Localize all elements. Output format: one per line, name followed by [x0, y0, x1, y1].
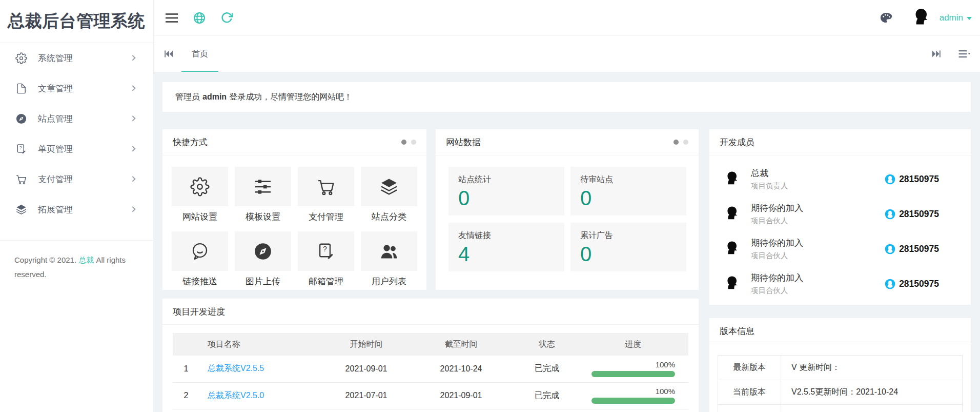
dev-members-card: 开发成员 总裁 项目负责人 28150975 期待你的加入 项目合伙人: [709, 129, 971, 305]
welcome-banner: 管理员 admin 登录成功，尽情管理您的网站吧！: [162, 82, 971, 112]
shortcut-label: 网站设置: [172, 211, 228, 223]
carousel-dot-active[interactable]: [401, 140, 406, 145]
col-status: 状态: [516, 333, 578, 356]
shortcut-label: 图片上传: [235, 276, 291, 287]
shortcuts-card: 快捷方式 网站设置 模板设置 支付管理 站点分类: [162, 129, 426, 290]
sidebar-toggle-hamburger-icon[interactable]: [165, 13, 178, 23]
project-link[interactable]: 总裁系统V2.5.0: [208, 391, 264, 400]
version-info-title: 版本信息: [720, 325, 754, 337]
avatar-silhouette-icon: [910, 7, 932, 29]
shortcut-label: 邮箱管理: [298, 276, 354, 287]
member-role: 项目合伙人: [751, 216, 803, 226]
avatar[interactable]: [910, 7, 932, 29]
theme-palette-icon[interactable]: [880, 11, 892, 24]
stat-label: 待审站点: [580, 174, 686, 185]
sidebar-item-site[interactable]: 站点管理: [0, 104, 153, 134]
compass-icon: [253, 242, 273, 261]
cart-icon: [316, 177, 336, 197]
member-qq: 28150975: [885, 209, 939, 220]
sidebar-menu: 系统管理 文章管理 站点管理 单页管理 支付管理 拓展管理: [0, 43, 153, 225]
carousel-dot-active[interactable]: [673, 140, 679, 145]
version-row-label: 最新版本: [718, 356, 781, 380]
col-progress: 进度: [578, 333, 688, 356]
version-info-card: 版本信息 最新版本 V 更新时间： 当前版本 V2.5.5更新时间：2021-1…: [709, 318, 971, 412]
user-dropdown[interactable]: admin: [940, 13, 972, 23]
chevron-right-icon: [130, 115, 135, 121]
member-row: 总裁 项目负责人 28150975: [723, 162, 971, 197]
chevron-right-icon: [130, 146, 135, 151]
project-link[interactable]: 总裁系统V2.5.5: [208, 364, 264, 372]
progress-bar: [591, 398, 675, 404]
shortcuts-title: 快捷方式: [173, 136, 208, 148]
sidebar: 总裁后台管理系统 系统管理 文章管理 站点管理 单页管理 支付管理: [0, 0, 154, 412]
progress-cell: 100%: [578, 382, 688, 409]
refresh-icon[interactable]: [220, 11, 233, 24]
stat-label: 累计广告: [580, 230, 686, 241]
end-date: 2021-09-01: [406, 382, 516, 409]
avatar-silhouette-icon: [723, 205, 741, 223]
app-logo: 总裁后台管理系统: [0, 0, 153, 43]
stat-pending-sites: 待审站点 0: [570, 167, 686, 215]
caret-down-icon: [967, 17, 972, 20]
shortcut-link-push[interactable]: 链接推送: [172, 231, 228, 287]
row-index: 2: [173, 382, 199, 409]
tabs-menu-icon[interactable]: [958, 48, 971, 61]
start-date: 2021-07-01: [326, 382, 406, 409]
copyright-brand-link[interactable]: 总裁: [78, 256, 94, 264]
member-role: 项目合伙人: [751, 251, 803, 261]
stat-site-count: 站点统计 0: [448, 167, 564, 215]
carousel-dot[interactable]: [411, 140, 416, 145]
tabs-scroll-left-icon[interactable]: [163, 48, 174, 60]
project-progress-table: 项目名称 开始时间 截至时间 状态 进度 1 总裁系统V2.5.5 2021-0…: [173, 333, 688, 409]
stat-label: 站点统计: [458, 174, 564, 185]
col-start-time: 开始时间: [326, 333, 406, 356]
sidebar-item-article[interactable]: 文章管理: [0, 73, 153, 104]
sidebar-item-extension[interactable]: 拓展管理: [0, 194, 153, 225]
sidebar-item-payment[interactable]: 支付管理: [0, 164, 153, 194]
shortcut-image-upload[interactable]: 图片上传: [235, 231, 291, 287]
member-qq: 28150975: [885, 174, 939, 185]
member-role: 项目负责人: [751, 181, 788, 191]
compass-icon: [15, 113, 27, 125]
version-row-label: [718, 405, 781, 412]
chevron-right-icon: [130, 85, 135, 91]
shortcut-user-list[interactable]: 用户列表: [361, 231, 417, 287]
qq-number: 28150975: [899, 174, 939, 185]
member-name: 期待你的加入: [751, 237, 803, 249]
member-row: 期待你的加入 项目合伙人 28150975: [723, 266, 971, 301]
sidebar-item-label: 文章管理: [38, 83, 73, 94]
page-edit-icon: [316, 242, 336, 261]
stat-total-ads: 累计广告 0: [570, 223, 686, 271]
shortcut-payment[interactable]: 支付管理: [298, 167, 354, 223]
version-table: 最新版本 V 更新时间： 当前版本 V2.5.5更新时间：2021-10-24: [718, 355, 963, 412]
sidebar-item-label: 支付管理: [38, 173, 73, 185]
member-qq: 28150975: [885, 244, 939, 254]
table-row: [718, 405, 963, 412]
carousel-dot[interactable]: [683, 140, 688, 145]
tabs-scroll-right-icon[interactable]: [931, 48, 942, 60]
layers-icon: [379, 177, 399, 197]
table-row: 1 总裁系统V2.5.5 2021-09-01 2021-10-24 已完成 1…: [173, 356, 688, 382]
member-row: 期待你的加入 项目合伙人 28150975: [723, 231, 971, 266]
tab-home[interactable]: 首页: [181, 36, 218, 72]
member-row: 期待你的加入 项目合伙人 28150975: [723, 197, 971, 231]
shortcut-template-settings[interactable]: 模板设置: [235, 167, 291, 223]
row-index: 1: [173, 356, 199, 382]
file-icon: [15, 83, 27, 94]
gear-icon: [15, 52, 27, 64]
progress-percent: 100%: [578, 387, 688, 396]
username: admin: [940, 13, 963, 23]
globe-icon[interactable]: [193, 11, 206, 25]
sidebar-item-page[interactable]: 单页管理: [0, 134, 153, 164]
end-date: 2021-10-24: [406, 356, 516, 382]
copyright: Copyright © 2021. 总裁 All rights reserved…: [0, 241, 153, 294]
qq-icon: [885, 174, 895, 185]
qq-number: 28150975: [899, 209, 939, 220]
sidebar-item-label: 站点管理: [38, 113, 73, 125]
shortcut-mail-manage[interactable]: 邮箱管理: [298, 231, 354, 287]
shortcut-site-category[interactable]: 站点分类: [361, 167, 417, 223]
sidebar-item-system[interactable]: 系统管理: [0, 43, 153, 73]
version-row-value: V 更新时间：: [781, 356, 963, 380]
chat-icon: [190, 242, 210, 261]
shortcut-site-settings[interactable]: 网站设置: [172, 167, 228, 223]
